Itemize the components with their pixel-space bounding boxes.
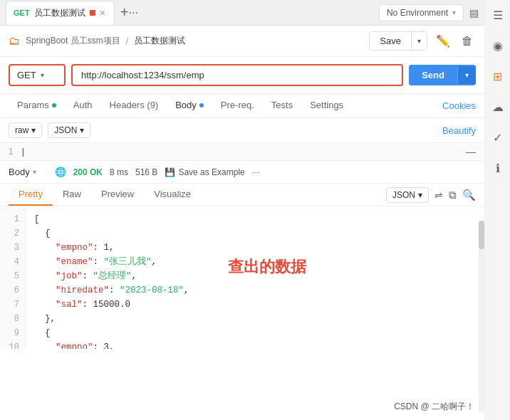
project-icon: 🗂	[9, 35, 20, 48]
filter-icon[interactable]: ⇌	[434, 189, 443, 201]
tab-unsaved-dot	[90, 10, 95, 16]
method-label: GET	[17, 70, 36, 80]
response-tabs: Pretty Raw Preview Visualize JSON ▾ ⇌ ⧉ …	[0, 184, 484, 206]
tab-prereq[interactable]: Pre-req.	[212, 94, 263, 117]
raw-chevron-icon: ▾	[31, 125, 36, 135]
json-chevron-icon: ▾	[80, 125, 84, 135]
watermark: CSDN @ 二哈啊子！	[394, 401, 474, 413]
sidebar-collection-icon[interactable]: ☰	[490, 6, 506, 25]
resp-tab-pretty[interactable]: Pretty	[9, 184, 53, 206]
request-tabs: Params Auth Headers (9) Body Pre-req. Te…	[0, 94, 484, 118]
line-numbers: 1 2 3 4 5 6 7 8 9 10 11 12 13 14 15	[0, 206, 26, 349]
beautify-button[interactable]: Beautify	[442, 125, 476, 136]
copy-icon[interactable]: ⧉	[449, 189, 457, 201]
tab-params[interactable]: Params	[9, 94, 65, 117]
breadcrumb-separator: /	[126, 36, 128, 46]
send-button[interactable]: Send ▾	[409, 65, 476, 85]
tab-headers[interactable]: Headers (9)	[101, 94, 167, 117]
active-tab[interactable]: GET 员工数据测试 ×	[6, 1, 115, 25]
response-time: 8 ms	[110, 167, 128, 177]
scrollbar-thumb[interactable]	[479, 221, 484, 249]
breadcrumb-current: 员工数据测试	[134, 35, 185, 47]
save-as-example-button[interactable]: 💾 Save as Example	[165, 167, 244, 177]
breadcrumb-project[interactable]: SpringBoot 员工ssm项目	[26, 35, 120, 47]
breadcrumb-bar: 🗂 SpringBoot 员工ssm项目 / 员工数据测试 Save ▾ ✏️ …	[0, 26, 484, 57]
search-icon[interactable]: 🔍	[462, 189, 476, 201]
tab-method: GET	[14, 9, 30, 17]
response-header: Body ▾ 🌐 200 OK 8 ms 516 B 💾 Save as Exa…	[0, 161, 484, 184]
url-input-wrapper	[71, 64, 403, 86]
json-selector[interactable]: JSON ▾	[48, 122, 90, 138]
response-more-icon[interactable]: ···	[252, 167, 260, 177]
sidebar-check-icon[interactable]: ✓	[490, 128, 505, 147]
url-input[interactable]	[81, 70, 393, 80]
env-label: No Environment	[387, 8, 448, 18]
environment-selector[interactable]: No Environment ▾	[379, 4, 464, 21]
save-label[interactable]: Save	[370, 32, 412, 50]
save-example-icon: 💾	[165, 167, 175, 177]
edit-icon[interactable]: ✏️	[433, 31, 453, 51]
resp-tab-raw[interactable]: Raw	[53, 184, 91, 206]
request-editor-line: 1 | —	[0, 143, 484, 161]
resp-tab-visualize[interactable]: Visualize	[144, 184, 201, 206]
params-dot	[52, 103, 56, 107]
sidebar-sync-icon[interactable]: ☁	[489, 98, 506, 117]
sidebar-toggle-icon[interactable]: ▤	[469, 7, 479, 19]
method-chevron-icon: ▾	[41, 71, 44, 79]
cookies-button[interactable]: Cookies	[442, 100, 476, 111]
send-main-button[interactable]: Send	[409, 65, 457, 85]
raw-selector[interactable]: raw ▾	[9, 122, 42, 138]
response-body-label[interactable]: Body ▾	[9, 167, 36, 177]
tab-auth[interactable]: Auth	[65, 94, 101, 117]
more-tabs-button[interactable]: ···	[129, 6, 138, 19]
response-body: 1 2 3 4 5 6 7 8 9 10 11 12 13 14 15 [ { …	[0, 206, 484, 349]
method-selector[interactable]: GET ▾	[9, 64, 66, 86]
tab-bar: GET 员工数据测试 × + ··· No Environment ▾ ▤	[0, 0, 484, 26]
body-dot	[199, 103, 204, 107]
save-dropdown-icon[interactable]: ▾	[412, 33, 427, 48]
globe-icon: 🌐	[55, 167, 66, 177]
response-size: 516 B	[135, 167, 157, 177]
tab-body[interactable]: Body	[167, 94, 212, 117]
format-chevron-icon: ▾	[418, 190, 422, 200]
url-bar: GET ▾ Send ▾	[0, 57, 484, 94]
tab-tests[interactable]: Tests	[263, 94, 301, 117]
scrollbar-track[interactable]	[479, 221, 484, 413]
tab-name: 员工数据测试	[34, 7, 85, 19]
sidebar-env-icon[interactable]: ◉	[490, 36, 506, 56]
body-options-bar: raw ▾ JSON ▾ Beautify	[0, 118, 484, 143]
env-chevron-icon: ▾	[452, 9, 456, 16]
send-dropdown-icon[interactable]: ▾	[457, 66, 476, 84]
right-sidebar: ☰ ◉ ⊞ ☁ ✓ ℹ	[484, 0, 510, 420]
resp-tab-preview[interactable]: Preview	[91, 184, 144, 206]
response-dropdown-icon[interactable]: ▾	[33, 168, 36, 176]
save-button[interactable]: Save ▾	[369, 31, 427, 51]
tab-settings[interactable]: Settings	[301, 94, 352, 117]
new-tab-button[interactable]: +	[120, 4, 129, 21]
sidebar-mock-icon[interactable]: ⊞	[490, 67, 505, 86]
status-badge: 200 OK	[73, 167, 103, 177]
sidebar-info-icon[interactable]: ℹ	[493, 159, 503, 178]
tab-close-button[interactable]: ×	[100, 7, 105, 19]
delete-icon[interactable]: 🗑	[459, 32, 476, 51]
json-content: [ { "empno": 1, "ename": "张三儿我", "job": …	[26, 206, 484, 349]
response-format-selector[interactable]: JSON ▾	[386, 187, 429, 203]
